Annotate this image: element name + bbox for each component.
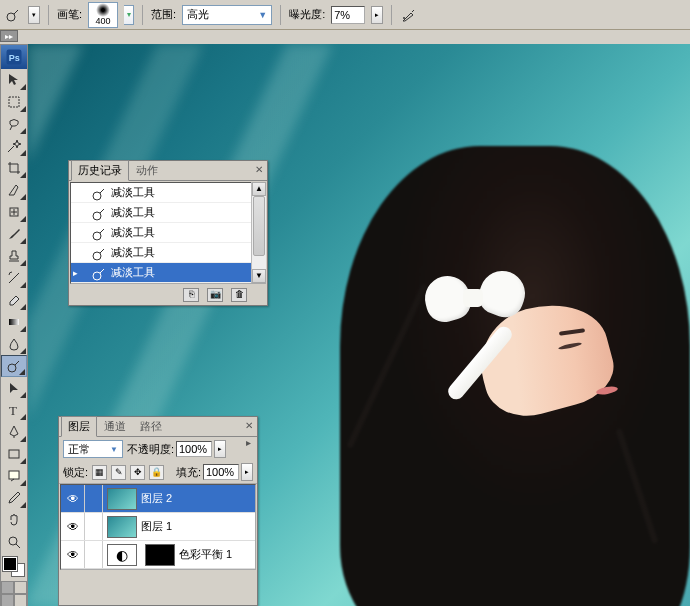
history-item[interactable]: 减淡工具 [71, 223, 265, 243]
svg-line-21 [100, 229, 104, 233]
new-snapshot-button[interactable]: 📷 [207, 288, 223, 302]
mask-mode-buttons [1, 581, 27, 594]
history-item-label: 减淡工具 [111, 245, 155, 260]
fill-input[interactable]: 100% [203, 464, 239, 480]
layers-list: 👁图层 2👁图层 1👁◐色彩平衡 1 [60, 484, 256, 570]
marquee-tool[interactable] [1, 91, 27, 113]
slice-tool[interactable] [1, 179, 27, 201]
history-item-label: 减淡工具 [111, 205, 155, 220]
svg-line-25 [100, 269, 104, 273]
standard-mode[interactable] [1, 581, 14, 594]
gradient-tool[interactable] [1, 311, 27, 333]
svg-line-1 [14, 10, 18, 14]
ps-logo[interactable]: Ps [1, 45, 27, 69]
history-brush-tool[interactable] [1, 267, 27, 289]
layer-name: 图层 1 [141, 519, 172, 534]
brush-preview[interactable]: 400 [88, 2, 118, 28]
lock-label: 锁定: [63, 465, 88, 480]
panel-menu-icon[interactable]: ▸ [241, 437, 255, 448]
path-select-tool[interactable] [1, 377, 27, 399]
screen-standard[interactable] [1, 594, 14, 606]
notes-tool[interactable] [1, 465, 27, 487]
blur-tool[interactable] [1, 333, 27, 355]
eyedropper-tool[interactable] [1, 487, 27, 509]
exposure-dropdown[interactable]: ▸ [371, 6, 383, 24]
layer-row[interactable]: 👁图层 1 [61, 513, 255, 541]
crop-tool[interactable] [1, 157, 27, 179]
opacity-dropdown[interactable]: ▸ [214, 440, 226, 458]
dodge-tool[interactable] [1, 355, 27, 377]
layer-link-col[interactable] [85, 485, 103, 512]
history-panel-tabs: 历史记录 动作 ✕ [69, 161, 267, 181]
exposure-input[interactable]: 7% [331, 6, 365, 24]
history-item[interactable]: 减淡工具 [71, 183, 265, 203]
visibility-toggle[interactable]: 👁 [61, 485, 85, 512]
layer-link-col[interactable] [85, 541, 103, 568]
svg-line-14 [16, 544, 20, 548]
visibility-toggle[interactable]: 👁 [61, 541, 85, 568]
pen-tool[interactable] [1, 421, 27, 443]
hand-tool[interactable] [1, 509, 27, 531]
tab-layers[interactable]: 图层 [61, 416, 97, 437]
lock-pixels-button[interactable]: ✎ [111, 465, 126, 480]
adjustment-icon: ◐ [107, 544, 137, 566]
range-select[interactable]: 高光 ▼ [182, 5, 272, 25]
delete-state-button[interactable]: 🗑 [231, 288, 247, 302]
tool-preset-dropdown[interactable]: ▾ [28, 6, 40, 24]
tab-actions[interactable]: 动作 [129, 160, 165, 180]
history-item[interactable]: ▸减淡工具 [71, 263, 265, 283]
opacity-label: 不透明度: [127, 442, 174, 457]
tab-channels[interactable]: 通道 [97, 416, 133, 436]
svg-line-9 [15, 361, 19, 365]
fill-dropdown[interactable]: ▸ [241, 463, 253, 481]
eraser-tool[interactable] [1, 289, 27, 311]
svg-line-19 [100, 209, 104, 213]
layer-row[interactable]: 👁图层 2 [61, 485, 255, 513]
dodge-tool-icon [91, 266, 105, 280]
palette-dock-toggle[interactable]: ▸▸ [0, 30, 18, 42]
foreground-color[interactable] [3, 557, 17, 571]
stamp-tool[interactable] [1, 245, 27, 267]
tab-paths[interactable]: 路径 [133, 416, 169, 436]
history-footer: ⎘ 📷 🗑 [69, 285, 267, 305]
close-icon[interactable]: ✕ [242, 419, 255, 432]
brush-dot-icon [96, 3, 110, 17]
divider [280, 5, 281, 25]
divider [142, 5, 143, 25]
dodge-tool-icon [91, 206, 105, 220]
lasso-tool[interactable] [1, 113, 27, 135]
close-icon[interactable]: ✕ [252, 163, 265, 176]
history-item[interactable]: 减淡工具 [71, 203, 265, 223]
svg-text:T: T [9, 403, 17, 418]
history-scrollbar[interactable]: ▲ ▼ [251, 182, 266, 283]
quickmask-mode[interactable] [14, 581, 27, 594]
opacity-input[interactable]: 100% [176, 441, 212, 457]
healing-tool[interactable] [1, 201, 27, 223]
airbrush-icon[interactable] [400, 6, 418, 24]
wand-tool[interactable] [1, 135, 27, 157]
tab-history[interactable]: 历史记录 [71, 160, 129, 181]
scroll-down-button[interactable]: ▼ [252, 269, 266, 283]
move-tool[interactable] [1, 69, 27, 91]
brush-dropdown[interactable]: ▾ [124, 5, 134, 25]
zoom-tool[interactable] [1, 531, 27, 553]
lock-position-button[interactable]: ✥ [130, 465, 145, 480]
brush-label: 画笔: [57, 7, 82, 22]
history-item[interactable]: 减淡工具 [71, 243, 265, 263]
lock-all-button[interactable]: 🔒 [149, 465, 164, 480]
shape-tool[interactable] [1, 443, 27, 465]
history-panel: 历史记录 动作 ✕ ▸ 减淡工具减淡工具减淡工具减淡工具▸减淡工具 ▲ ▼ ⎘ … [68, 160, 268, 306]
scroll-up-button[interactable]: ▲ [252, 182, 266, 196]
lock-transparency-button[interactable]: ▦ [92, 465, 107, 480]
svg-line-23 [100, 249, 104, 253]
scroll-thumb[interactable] [253, 196, 265, 256]
screen-full-menubar[interactable] [14, 594, 27, 606]
layer-link-col[interactable] [85, 513, 103, 540]
type-tool[interactable]: T [1, 399, 27, 421]
layer-row[interactable]: 👁◐色彩平衡 1 [61, 541, 255, 569]
svg-rect-5 [9, 97, 19, 107]
visibility-toggle[interactable]: 👁 [61, 513, 85, 540]
brush-tool[interactable] [1, 223, 27, 245]
new-doc-from-state-button[interactable]: ⎘ [183, 288, 199, 302]
blend-mode-select[interactable]: 正常▼ [63, 440, 123, 458]
